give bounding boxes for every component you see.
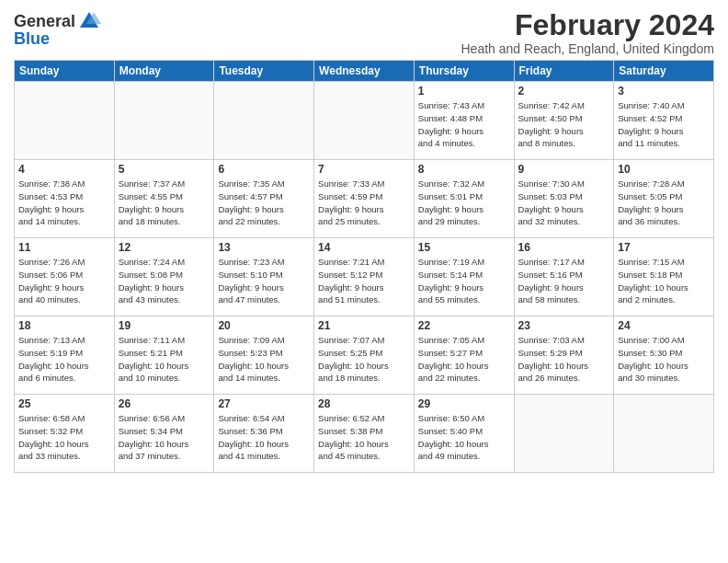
calendar-week-3: 18Sunrise: 7:13 AM Sunset: 5:19 PM Dayli… [15, 316, 714, 395]
day-info: Sunrise: 7:37 AM Sunset: 4:55 PM Dayligh… [119, 178, 210, 228]
day-info: Sunrise: 6:56 AM Sunset: 5:34 PM Dayligh… [119, 412, 210, 463]
day-info: Sunrise: 7:43 AM Sunset: 4:48 PM Dayligh… [418, 99, 510, 150]
day-info: Sunrise: 7:13 AM Sunset: 5:19 PM Dayligh… [18, 334, 110, 385]
calendar-cell [214, 82, 314, 160]
day-info: Sunrise: 7:30 AM Sunset: 5:03 PM Dayligh… [518, 178, 610, 228]
day-number: 17 [618, 241, 710, 254]
day-info: Sunrise: 6:54 AM Sunset: 5:36 PM Dayligh… [218, 412, 310, 463]
day-number: 9 [518, 163, 610, 176]
day-number: 22 [418, 319, 510, 332]
calendar-cell: 18Sunrise: 7:13 AM Sunset: 5:19 PM Dayli… [15, 316, 115, 395]
day-number: 14 [318, 241, 410, 254]
day-number: 7 [318, 163, 410, 176]
day-number: 16 [518, 241, 610, 254]
logo-general-text: General [14, 12, 75, 31]
calendar-cell: 22Sunrise: 7:05 AM Sunset: 5:27 PM Dayli… [414, 316, 514, 395]
day-info: Sunrise: 7:17 AM Sunset: 5:16 PM Dayligh… [518, 256, 610, 306]
calendar-cell: 16Sunrise: 7:17 AM Sunset: 5:16 PM Dayli… [514, 238, 614, 316]
day-info: Sunrise: 7:38 AM Sunset: 4:53 PM Dayligh… [18, 178, 110, 228]
calendar-week-1: 4Sunrise: 7:38 AM Sunset: 4:53 PM Daylig… [15, 160, 714, 238]
calendar-cell: 6Sunrise: 7:35 AM Sunset: 4:57 PM Daylig… [214, 160, 314, 238]
calendar-cell [514, 395, 614, 473]
day-number: 11 [18, 241, 110, 254]
calendar-cell [15, 82, 115, 160]
calendar-cell: 14Sunrise: 7:21 AM Sunset: 5:12 PM Dayli… [314, 238, 415, 316]
day-number: 20 [218, 319, 310, 332]
header-sunday: Sunday [15, 61, 115, 82]
calendar-cell: 19Sunrise: 7:11 AM Sunset: 5:21 PM Dayli… [114, 316, 214, 395]
calendar-cell [114, 82, 214, 160]
day-number: 3 [618, 85, 710, 98]
day-number: 4 [18, 163, 110, 176]
calendar-cell: 20Sunrise: 7:09 AM Sunset: 5:23 PM Dayli… [214, 316, 314, 395]
day-number: 12 [119, 241, 210, 254]
calendar-cell: 28Sunrise: 6:52 AM Sunset: 5:38 PM Dayli… [314, 395, 415, 473]
calendar-cell: 1Sunrise: 7:43 AM Sunset: 4:48 PM Daylig… [414, 82, 514, 160]
day-info: Sunrise: 7:35 AM Sunset: 4:57 PM Dayligh… [218, 178, 310, 228]
day-number: 18 [18, 319, 110, 332]
day-info: Sunrise: 6:58 AM Sunset: 5:32 PM Dayligh… [18, 412, 110, 463]
calendar-cell: 13Sunrise: 7:23 AM Sunset: 5:10 PM Dayli… [214, 238, 314, 316]
day-info: Sunrise: 7:03 AM Sunset: 5:29 PM Dayligh… [518, 334, 610, 385]
day-info: Sunrise: 6:52 AM Sunset: 5:38 PM Dayligh… [318, 412, 410, 463]
day-info: Sunrise: 7:42 AM Sunset: 4:50 PM Dayligh… [518, 99, 610, 150]
calendar-cell: 21Sunrise: 7:07 AM Sunset: 5:25 PM Dayli… [314, 316, 415, 395]
calendar-cell: 26Sunrise: 6:56 AM Sunset: 5:34 PM Dayli… [114, 395, 214, 473]
header-saturday: Saturday [614, 61, 714, 82]
header-friday: Friday [514, 61, 614, 82]
day-number: 21 [318, 319, 410, 332]
calendar-cell: 4Sunrise: 7:38 AM Sunset: 4:53 PM Daylig… [15, 160, 115, 238]
calendar-table: Sunday Monday Tuesday Wednesday Thursday… [14, 60, 714, 473]
calendar-cell: 7Sunrise: 7:33 AM Sunset: 4:59 PM Daylig… [314, 160, 415, 238]
day-number: 19 [119, 319, 210, 332]
calendar-cell [614, 395, 714, 473]
header: General Blue February 2024 Heath and Rea… [14, 9, 714, 56]
calendar-cell: 2Sunrise: 7:42 AM Sunset: 4:50 PM Daylig… [514, 82, 614, 160]
logo: General Blue [14, 9, 101, 49]
day-number: 1 [418, 85, 510, 98]
day-info: Sunrise: 7:05 AM Sunset: 5:27 PM Dayligh… [418, 334, 510, 385]
calendar-header-row: Sunday Monday Tuesday Wednesday Thursday… [15, 61, 714, 82]
calendar-cell: 8Sunrise: 7:32 AM Sunset: 5:01 PM Daylig… [414, 160, 514, 238]
page-container: General Blue February 2024 Heath and Rea… [0, 0, 728, 477]
calendar-cell: 5Sunrise: 7:37 AM Sunset: 4:55 PM Daylig… [114, 160, 214, 238]
day-number: 10 [618, 163, 710, 176]
day-number: 2 [518, 85, 610, 98]
day-info: Sunrise: 7:33 AM Sunset: 4:59 PM Dayligh… [318, 178, 410, 228]
day-number: 29 [418, 397, 510, 410]
logo-icon [77, 9, 101, 33]
calendar-week-4: 25Sunrise: 6:58 AM Sunset: 5:32 PM Dayli… [15, 395, 714, 473]
day-info: Sunrise: 7:26 AM Sunset: 5:06 PM Dayligh… [18, 256, 110, 306]
calendar-cell: 17Sunrise: 7:15 AM Sunset: 5:18 PM Dayli… [614, 238, 714, 316]
calendar-cell: 10Sunrise: 7:28 AM Sunset: 5:05 PM Dayli… [614, 160, 714, 238]
header-thursday: Thursday [414, 61, 514, 82]
header-tuesday: Tuesday [214, 61, 314, 82]
day-number: 25 [18, 397, 110, 410]
day-info: Sunrise: 7:40 AM Sunset: 4:52 PM Dayligh… [618, 99, 710, 150]
calendar-cell [314, 82, 415, 160]
header-wednesday: Wednesday [314, 61, 415, 82]
day-number: 27 [218, 397, 310, 410]
day-number: 26 [119, 397, 210, 410]
day-info: Sunrise: 7:28 AM Sunset: 5:05 PM Dayligh… [618, 178, 710, 228]
day-number: 13 [218, 241, 310, 254]
month-title: February 2024 [461, 9, 714, 41]
day-number: 6 [218, 163, 310, 176]
day-number: 15 [418, 241, 510, 254]
day-info: Sunrise: 7:09 AM Sunset: 5:23 PM Dayligh… [218, 334, 310, 385]
day-info: Sunrise: 7:21 AM Sunset: 5:12 PM Dayligh… [318, 256, 410, 306]
logo-blue-text: Blue [14, 29, 50, 49]
day-info: Sunrise: 7:24 AM Sunset: 5:08 PM Dayligh… [119, 256, 210, 306]
calendar-week-2: 11Sunrise: 7:26 AM Sunset: 5:06 PM Dayli… [15, 238, 714, 316]
calendar-cell: 25Sunrise: 6:58 AM Sunset: 5:32 PM Dayli… [15, 395, 115, 473]
calendar-cell: 15Sunrise: 7:19 AM Sunset: 5:14 PM Dayli… [414, 238, 514, 316]
day-number: 8 [418, 163, 510, 176]
header-monday: Monday [114, 61, 214, 82]
day-number: 23 [518, 319, 610, 332]
calendar-cell: 3Sunrise: 7:40 AM Sunset: 4:52 PM Daylig… [614, 82, 714, 160]
day-info: Sunrise: 7:11 AM Sunset: 5:21 PM Dayligh… [119, 334, 210, 385]
day-info: Sunrise: 7:15 AM Sunset: 5:18 PM Dayligh… [618, 256, 710, 306]
calendar-cell: 23Sunrise: 7:03 AM Sunset: 5:29 PM Dayli… [514, 316, 614, 395]
day-info: Sunrise: 6:50 AM Sunset: 5:40 PM Dayligh… [418, 412, 510, 463]
calendar-cell: 24Sunrise: 7:00 AM Sunset: 5:30 PM Dayli… [614, 316, 714, 395]
